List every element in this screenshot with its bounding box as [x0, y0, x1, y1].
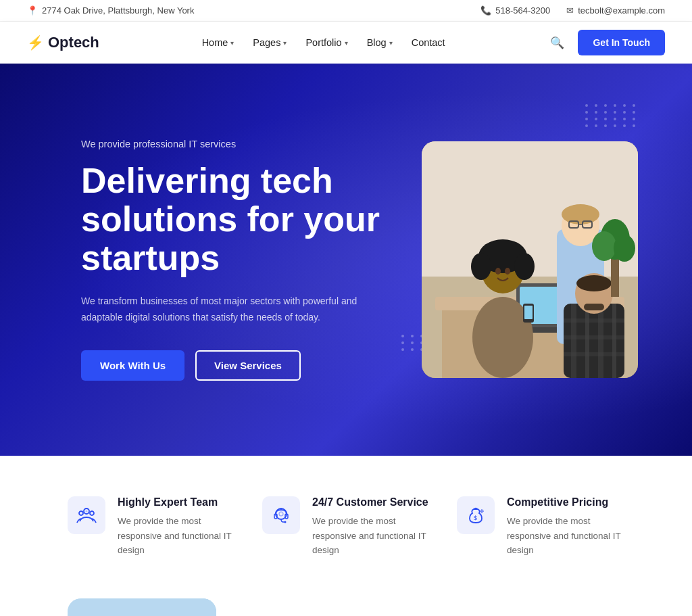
svg-rect-47: [68, 598, 216, 616]
top-bar-left: 📍 2774 Oak Drive, Plattsburgh, New York: [27, 5, 194, 16]
feature-icon-service: [262, 496, 300, 534]
feature-text-service: 24/7 Customer Service We provide the mos…: [312, 496, 430, 558]
team-icon-svg: [76, 505, 97, 525]
hero-title: Delivering tech solutions for your start…: [81, 162, 381, 278]
location-icon: 📍: [27, 5, 38, 16]
team-photo-svg: [422, 141, 638, 378]
email-item: ✉ tecbolt@example.com: [566, 5, 665, 16]
chevron-down-icon: ▾: [389, 39, 393, 47]
svg-point-29: [576, 275, 612, 291]
nav-item-home[interactable]: Home ▾: [202, 37, 234, 48]
pricing-icon-svg: $: [466, 505, 486, 525]
feature-desc-service: We provide the most responsive and funct…: [312, 514, 430, 558]
hero-description: We transform businesses of most major se…: [81, 293, 365, 326]
svg-text:$: $: [474, 515, 477, 521]
nav-item-blog[interactable]: Blog ▾: [367, 37, 393, 48]
svg-point-45: [279, 512, 283, 516]
svg-rect-32: [524, 306, 533, 319]
feature-text-team: Highly Expert Team We provide the most r…: [118, 496, 235, 558]
chevron-down-icon: ▾: [230, 39, 234, 47]
headset-icon-svg: [271, 505, 291, 525]
feature-text-pricing: Competitive Pricing We provide the most …: [507, 496, 624, 558]
phone-text: 518-564-3200: [495, 5, 550, 16]
chevron-down-icon: ▾: [345, 39, 348, 47]
svg-point-10: [471, 253, 491, 280]
nav-link-home[interactable]: Home ▾: [202, 37, 234, 48]
teaser-svg: [68, 598, 216, 616]
nav-link-contact[interactable]: Contact: [412, 37, 445, 48]
email-icon: ✉: [566, 5, 574, 16]
search-icon: 🔍: [550, 37, 564, 49]
feature-desc-team: We provide the most responsive and funct…: [118, 514, 235, 558]
feature-icon-team: [68, 496, 105, 534]
address-item: 📍 2774 Oak Drive, Plattsburgh, New York: [27, 5, 194, 16]
features-section: Highly Expert Team We provide the most r…: [0, 456, 692, 598]
feature-title-service: 24/7 Customer Service: [312, 496, 430, 508]
hero-section: We provide professional IT services Deli…: [0, 64, 692, 456]
svg-point-39: [90, 511, 94, 515]
feature-icon-pricing: $: [457, 496, 495, 534]
svg-point-44: [285, 521, 287, 523]
nav-item-contact[interactable]: Contact: [412, 37, 445, 48]
top-bar-right: 📞 518-564-3200 ✉ tecbolt@example.com: [480, 5, 665, 16]
address-text: 2774 Oak Drive, Plattsburgh, New York: [42, 5, 194, 16]
view-services-button[interactable]: View Services: [195, 350, 301, 381]
navbar: ⚡ Optech Home ▾ Pages ▾ Portfolio ▾ Blog…: [0, 22, 692, 64]
chevron-down-icon: ▾: [283, 39, 287, 47]
logo-text: Optech: [48, 34, 99, 51]
svg-point-38: [79, 511, 83, 515]
svg-rect-30: [584, 304, 604, 310]
svg-point-13: [505, 268, 510, 275]
bottom-teaser: [0, 598, 692, 616]
search-button[interactable]: 🔍: [547, 33, 567, 53]
nav-right: 🔍 Get In Touch: [547, 30, 665, 55]
nav-links: Home ▾ Pages ▾ Portfolio ▾ Blog ▾ Contac: [202, 37, 445, 48]
work-with-us-button[interactable]: Work With Us: [81, 350, 184, 381]
feature-item-service: 24/7 Customer Service We provide the mos…: [262, 496, 430, 558]
svg-point-40: [86, 511, 88, 513]
feature-title-pricing: Competitive Pricing: [507, 496, 624, 508]
get-in-touch-button[interactable]: Get In Touch: [578, 30, 665, 55]
nav-link-portfolio[interactable]: Portfolio ▾: [305, 37, 347, 48]
email-text: tecbolt@example.com: [578, 5, 665, 16]
nav-item-portfolio[interactable]: Portfolio ▾: [305, 37, 347, 48]
svg-point-35: [592, 231, 616, 261]
feature-title-team: Highly Expert Team: [118, 496, 235, 508]
svg-point-16: [562, 204, 599, 224]
svg-point-12: [495, 268, 501, 275]
feature-desc-pricing: We provide the most responsive and funct…: [507, 514, 624, 558]
hero-content: We provide professional IT services Deli…: [81, 139, 381, 381]
hero-dots-decoration: [585, 104, 638, 127]
nav-link-blog[interactable]: Blog ▾: [367, 37, 393, 48]
nav-link-pages[interactable]: Pages ▾: [253, 37, 287, 48]
phone-icon: 📞: [480, 5, 491, 16]
feature-item-team: Highly Expert Team We provide the most r…: [68, 496, 235, 558]
phone-item: 📞 518-564-3200: [480, 5, 550, 16]
logo[interactable]: ⚡ Optech: [27, 34, 99, 51]
hero-subtitle: We provide professional IT services: [81, 139, 381, 149]
top-bar: 📍 2774 Oak Drive, Plattsburgh, New York …: [0, 0, 692, 22]
feature-item-pricing: $ Competitive Pricing We provide the mos…: [457, 496, 624, 558]
teaser-image: [68, 598, 216, 616]
hero-image-wrapper: [422, 141, 638, 378]
logo-icon: ⚡: [27, 34, 44, 51]
hero-buttons: Work With Us View Services: [81, 350, 381, 381]
nav-item-pages[interactable]: Pages ▾: [253, 37, 287, 48]
hero-image: [422, 141, 638, 378]
svg-point-11: [514, 253, 535, 280]
svg-point-36: [614, 235, 635, 262]
